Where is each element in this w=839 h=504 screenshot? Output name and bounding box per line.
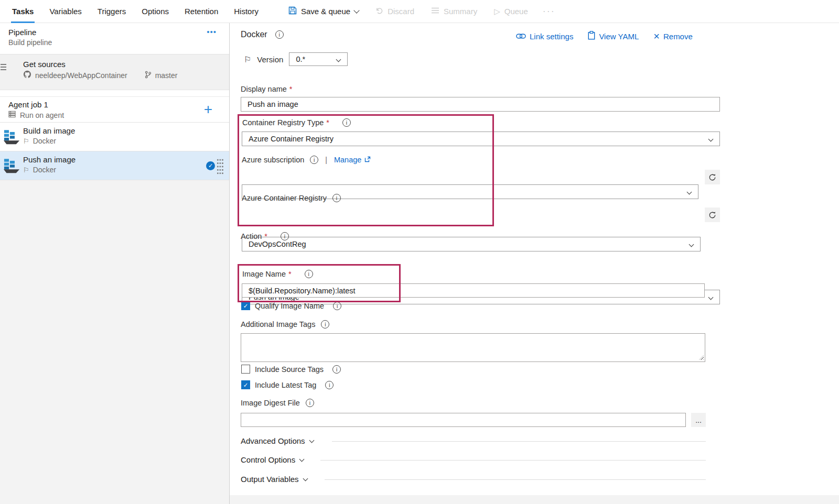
agent-job-row[interactable]: Agent job 1 Run on agent + — [0, 96, 229, 123]
advanced-options-section[interactable]: Advanced Options — [241, 436, 314, 445]
azure-container-registry-select[interactable]: DevOpsContReg — [242, 237, 701, 251]
flag-icon: ⚐ — [23, 137, 29, 145]
info-icon[interactable]: i — [275, 30, 284, 39]
summary-label: Summary — [444, 7, 477, 16]
view-yaml-button[interactable]: View YAML — [588, 31, 639, 41]
required-marker: * — [289, 85, 293, 93]
azure-subscription-label: Azure subscription — [242, 156, 304, 164]
chevron-down-icon — [708, 137, 714, 142]
pipeline-more-button[interactable]: ••• — [207, 27, 217, 36]
image-name-label: Image Name — [242, 270, 286, 278]
remove-label: Remove — [663, 32, 693, 41]
control-options-section[interactable]: Control Options — [241, 455, 304, 464]
task-selected-check-icon: ✓ — [206, 161, 215, 170]
version-value: 0.* — [296, 55, 305, 63]
image-digest-file-input[interactable] — [241, 413, 686, 427]
remove-task-button[interactable]: × Remove — [653, 31, 693, 41]
tab-history[interactable]: History — [226, 0, 266, 23]
info-icon[interactable]: i — [321, 320, 329, 328]
info-icon[interactable]: i — [333, 302, 341, 310]
azure-container-registry-label: Azure Container Registry — [242, 194, 327, 202]
info-icon[interactable]: i — [325, 381, 334, 389]
chevron-down-icon — [689, 242, 694, 247]
required-marker: * — [264, 232, 267, 240]
additional-image-tags-label: Additional Image Tags — [241, 320, 315, 328]
task-title: Push an image — [23, 155, 225, 164]
display-name-input[interactable] — [241, 97, 720, 112]
task-row-build-an-image[interactable]: Build an image ⚐ Docker — [0, 123, 229, 151]
queue-label: Queue — [504, 7, 528, 16]
tab-retention[interactable]: Retention — [177, 0, 226, 23]
agent-job-title: Agent job 1 — [8, 100, 221, 109]
link-settings-button[interactable]: Link settings — [516, 31, 573, 41]
pipeline-header: Pipeline Build pipeline ••• — [0, 23, 229, 54]
clipboard-icon — [588, 31, 595, 41]
info-icon[interactable]: i — [310, 156, 318, 164]
task-subtitle: Docker — [33, 137, 56, 145]
pipeline-title: Pipeline — [8, 28, 221, 37]
browse-file-button[interactable]: ... — [691, 413, 706, 427]
docker-task-icon — [4, 158, 20, 176]
branch-name: master — [155, 71, 178, 80]
image-digest-file-label: Image Digest File — [241, 399, 300, 407]
save-and-queue-button[interactable]: Save & queue — [288, 6, 359, 16]
manage-label: Manage — [334, 156, 361, 164]
action-label: Action — [241, 232, 262, 240]
play-icon: ▷ — [494, 7, 500, 16]
tab-variables[interactable]: Variables — [41, 0, 89, 23]
refresh-subscription-button[interactable] — [705, 170, 720, 184]
section-divider — [325, 479, 706, 480]
info-icon[interactable]: i — [305, 270, 313, 278]
pipeline-sidebar: Pipeline Build pipeline ••• Get sources … — [0, 23, 230, 504]
nav-tabs: Tasks Variables Triggers Options Retenti… — [4, 0, 266, 23]
container-registry-type-label: Container Registry Type — [242, 118, 324, 127]
repo-name: neeldeep/WebAppContainer — [35, 71, 127, 80]
branch-icon — [145, 71, 152, 80]
link-icon — [516, 32, 526, 41]
tab-tasks[interactable]: Tasks — [4, 0, 41, 23]
discard-button[interactable]: Discard — [375, 7, 414, 16]
include-source-tags-checkbox[interactable] — [241, 365, 250, 374]
tab-triggers[interactable]: Triggers — [90, 0, 134, 23]
task-row-push-an-image[interactable]: Push an image ⚐ Docker ✓ — [0, 151, 229, 180]
get-sources-row[interactable]: Get sources neeldeep/WebAppContainer mas… — [0, 54, 229, 90]
tab-options[interactable]: Options — [134, 0, 177, 23]
github-icon — [23, 70, 31, 80]
task-title: Build an image — [23, 126, 225, 135]
version-label: Version — [257, 55, 283, 64]
container-registry-type-value: Azure Container Registry — [249, 135, 334, 143]
info-icon[interactable]: i — [281, 232, 289, 240]
info-icon[interactable]: i — [332, 194, 341, 202]
include-latest-tag-checkbox[interactable]: ✓ — [241, 380, 250, 389]
close-icon: × — [653, 32, 660, 40]
info-icon[interactable]: i — [332, 365, 341, 374]
refresh-registry-button[interactable] — [705, 207, 720, 222]
discard-label: Discard — [388, 7, 414, 16]
info-icon[interactable]: i — [342, 118, 351, 127]
display-name-label: Display name — [241, 85, 287, 93]
manage-link[interactable]: Manage — [334, 156, 371, 164]
image-name-input[interactable] — [242, 283, 705, 298]
task-drag-handle[interactable] — [217, 158, 223, 174]
task-settings-panel: Docker i Link settings View YAML × Remov… — [230, 23, 839, 504]
info-icon[interactable]: i — [306, 399, 314, 407]
queue-button[interactable]: ▷ Queue — [494, 7, 528, 16]
output-variables-label: Output Variables — [241, 475, 299, 484]
output-variables-section[interactable]: Output Variables — [241, 475, 307, 484]
undo-icon — [375, 7, 383, 16]
container-registry-type-select[interactable]: Azure Container Registry — [242, 132, 720, 146]
additional-image-tags-textarea[interactable] — [241, 333, 705, 362]
chevron-down-icon — [303, 476, 308, 481]
section-divider — [332, 441, 706, 442]
add-task-button[interactable]: + — [204, 101, 212, 118]
azure-container-registry-value: DevOpsContReg — [249, 240, 306, 248]
toolbar-more-button[interactable]: ··· — [543, 6, 555, 17]
chevron-down-icon — [353, 7, 359, 13]
qualify-image-name-checkbox[interactable]: ✓ — [241, 301, 250, 310]
panel-title: Docker — [241, 30, 267, 39]
view-yaml-label: View YAML — [599, 32, 639, 41]
version-select[interactable]: 0.* — [289, 52, 348, 66]
summary-button[interactable]: Summary — [431, 7, 477, 16]
pipeline-subtitle: Build pipeline — [8, 38, 221, 47]
list-icon — [431, 7, 439, 16]
